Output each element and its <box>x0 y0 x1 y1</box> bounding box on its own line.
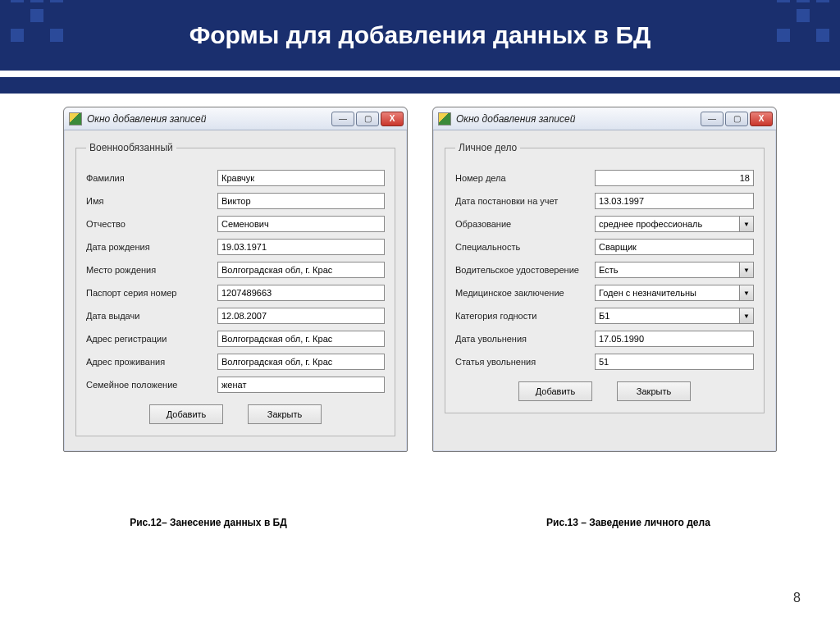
input-discharge-date[interactable] <box>595 331 754 347</box>
input-reg-addr[interactable] <box>217 331 385 347</box>
close-form-button[interactable]: Закрыть <box>248 404 322 424</box>
input-passport[interactable] <box>217 285 385 301</box>
chevron-down-icon[interactable]: ▼ <box>739 285 754 301</box>
groupbox-person: Военнообязанный Фамилия Имя Отчество Дат… <box>75 142 395 436</box>
close-button[interactable]: X <box>381 112 404 126</box>
titlebar: Окно добавления записей — ▢ X <box>433 107 776 130</box>
label-live-addr: Адрес проживания <box>86 357 217 367</box>
input-case-no[interactable] <box>595 170 754 186</box>
label-reg-addr: Адрес регистрации <box>86 334 217 344</box>
label-discharge-date: Дата увольнения <box>455 334 595 344</box>
window-title: Окно добавления записей <box>87 113 331 125</box>
titlebar: Окно добавления записей — ▢ X <box>64 107 407 130</box>
decoration-grid-left <box>10 0 64 43</box>
input-surname[interactable] <box>217 170 385 186</box>
label-patronymic: Отчество <box>86 219 217 229</box>
label-issue-date: Дата выдачи <box>86 311 217 321</box>
label-birthdate: Дата рождения <box>86 242 217 252</box>
window-title: Окно добавления записей <box>456 113 701 125</box>
input-patronymic[interactable] <box>217 216 385 232</box>
window-add-record-case: Окно добавления записей — ▢ X Личное дел… <box>432 107 777 452</box>
minimize-button[interactable]: — <box>701 112 724 126</box>
label-case-no: Номер дела <box>455 173 595 183</box>
groupbox-legend: Военнообязанный <box>86 142 176 153</box>
input-reg-date[interactable] <box>595 193 754 209</box>
windows-stage: Окно добавления записей — ▢ X Военнообяз… <box>0 107 840 452</box>
select-medical[interactable] <box>595 285 739 301</box>
label-medical: Медицинское заключение <box>455 288 595 298</box>
input-discharge-article[interactable] <box>595 354 754 370</box>
decoration-grid-right <box>776 0 830 43</box>
label-marital: Семейное положение <box>86 380 217 390</box>
label-name: Имя <box>86 196 217 206</box>
close-button[interactable]: X <box>750 112 773 126</box>
label-speciality: Специальность <box>455 242 595 252</box>
select-education[interactable] <box>595 216 739 232</box>
slide-title: Формы для добавления данных в БД <box>0 0 840 71</box>
chevron-down-icon[interactable]: ▼ <box>739 262 754 278</box>
app-icon <box>438 112 451 126</box>
input-marital[interactable] <box>217 377 385 393</box>
input-birthdate[interactable] <box>217 239 385 255</box>
label-category: Категория годности <box>455 311 595 321</box>
input-speciality[interactable] <box>595 239 754 255</box>
input-live-addr[interactable] <box>217 354 385 370</box>
chevron-down-icon[interactable]: ▼ <box>739 216 754 232</box>
maximize-button[interactable]: ▢ <box>725 112 748 126</box>
label-passport: Паспорт серия номер <box>86 288 217 298</box>
figure-captions: Рис.12– Занесение данных в БД Рис.13 – З… <box>0 517 840 528</box>
label-surname: Фамилия <box>86 173 217 183</box>
minimize-button[interactable]: — <box>331 112 354 126</box>
input-birthplace[interactable] <box>217 262 385 278</box>
add-button[interactable]: Добавить <box>149 404 223 424</box>
label-birthplace: Место рождения <box>86 265 217 275</box>
label-reg-date: Дата постановки на учет <box>455 196 595 206</box>
chevron-down-icon[interactable]: ▼ <box>739 308 754 324</box>
label-discharge-article: Статья увольнения <box>455 357 595 367</box>
caption-right: Рис.13 – Заведение личного дела <box>546 517 710 528</box>
label-driver: Водительское удостоверение <box>455 265 595 275</box>
groupbox-legend: Личное дело <box>455 142 520 153</box>
input-name[interactable] <box>217 193 385 209</box>
app-icon <box>69 112 82 126</box>
select-category[interactable] <box>595 308 739 324</box>
slide-header: Формы для добавления данных в БД <box>0 0 840 71</box>
caption-left: Рис.12– Занесение данных в БД <box>130 517 287 528</box>
add-button[interactable]: Добавить <box>518 381 592 401</box>
window-add-record-person: Окно добавления записей — ▢ X Военнообяз… <box>63 107 408 452</box>
page-number: 8 <box>793 591 801 605</box>
label-education: Образование <box>455 219 595 229</box>
close-form-button[interactable]: Закрыть <box>617 381 691 401</box>
maximize-button[interactable]: ▢ <box>356 112 379 126</box>
select-driver[interactable] <box>595 262 739 278</box>
input-issue-date[interactable] <box>217 308 385 324</box>
decoration-band <box>0 77 840 94</box>
groupbox-case: Личное дело Номер дела Дата постановки н… <box>445 142 765 413</box>
